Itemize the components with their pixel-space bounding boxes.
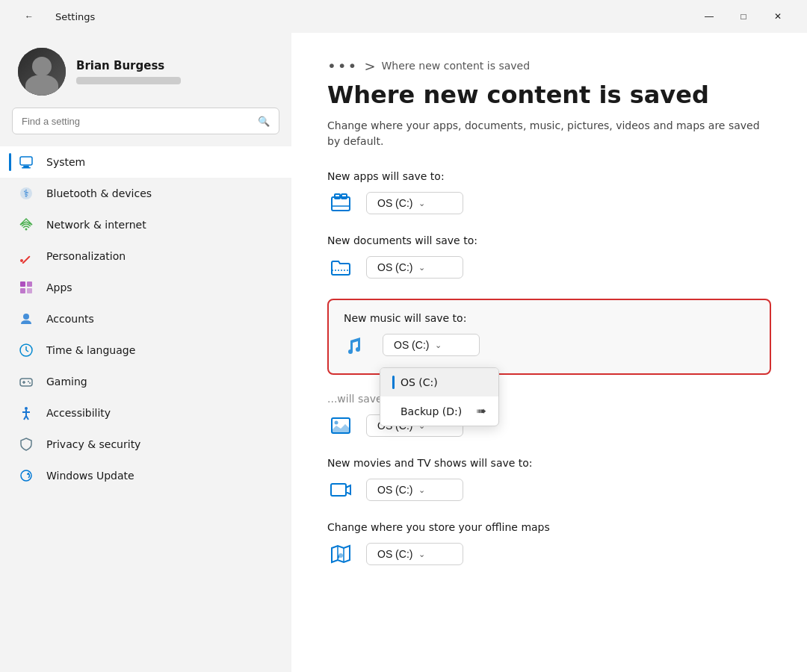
svg-point-13 (23, 314, 29, 320)
chevron-down-icon-6: ⌄ (418, 550, 425, 559)
svg-rect-28 (332, 197, 350, 211)
svg-rect-7 (22, 255, 30, 264)
back-button[interactable]: ← (12, 4, 46, 28)
svg-rect-2 (22, 167, 31, 169)
sidebar-label-gaming: Gaming (46, 376, 87, 388)
sidebar-label-network: Network & internet (46, 219, 146, 231)
save-row-apps: OS (C:) ⌄ (327, 190, 771, 217)
sidebar-item-time[interactable]: Time & language (0, 335, 291, 366)
search-input[interactable] (22, 116, 252, 127)
sidebar-label-bluetooth: Bluetooth & devices (46, 187, 152, 199)
chevron-down-icon: ⌄ (418, 199, 425, 208)
personalization-icon (18, 248, 34, 264)
sidebar-label-personalization: Personalization (46, 250, 126, 262)
sidebar-label-system: System (46, 156, 85, 168)
svg-rect-17 (20, 379, 32, 386)
save-label-music: New music will save to: (344, 312, 755, 324)
svg-rect-12 (27, 288, 32, 293)
sidebar-label-time: Time & language (46, 344, 135, 356)
main-content: ••• > Where new content is saved Where n… (291, 33, 807, 672)
sidebar-item-accessibility[interactable]: Accessibility (0, 397, 291, 429)
network-icon (18, 217, 34, 233)
close-button[interactable]: ✕ (761, 4, 795, 28)
svg-point-8 (20, 259, 23, 262)
search-container: 🔍 (0, 108, 291, 143)
save-label-movies: New movies and TV shows will save to: (327, 457, 771, 469)
svg-rect-0 (20, 157, 32, 165)
user-info: Brian Burgess (76, 59, 273, 84)
music-dropdown-container: New music will save to: OS (C:) ⌄ (327, 299, 771, 375)
user-name: Brian Burgess (76, 59, 273, 72)
save-section-music: New music will save to: OS (C:) ⌄ (327, 299, 771, 375)
accounts-icon (18, 311, 34, 327)
apps-drive-value: OS (C:) (377, 197, 412, 209)
chevron-down-icon-3: ⌄ (435, 340, 442, 350)
maps-drive-value: OS (C:) (377, 548, 412, 560)
sidebar-item-apps[interactable]: Apps (0, 272, 291, 303)
system-icon (18, 154, 34, 170)
sidebar-item-bluetooth[interactable]: ⚕ Bluetooth & devices (0, 178, 291, 209)
maximize-button[interactable]: □ (726, 4, 761, 28)
music-drive-dropdown[interactable]: OS (C:) ⌄ (383, 334, 480, 356)
search-box[interactable]: 🔍 (12, 108, 279, 134)
sidebar-item-system[interactable]: System (0, 146, 291, 178)
time-icon (18, 342, 34, 358)
svg-line-16 (26, 350, 28, 352)
save-section-maps: Change where you store your offline maps… (327, 521, 771, 567)
music-option-d[interactable]: Backup (D:) ➠ (380, 396, 498, 426)
map-icon (327, 541, 354, 567)
title-bar: ← Settings — □ ✕ (0, 0, 807, 33)
sidebar-item-gaming[interactable]: Gaming (0, 366, 291, 397)
save-row-documents: OS (C:) ⌄ (327, 254, 771, 281)
app-layout: Brian Burgess 🔍 System (0, 33, 807, 672)
svg-point-21 (29, 382, 31, 384)
save-row-maps: OS (C:) ⌄ (327, 541, 771, 567)
nav-list: System ⚕ Bluetooth & devices (0, 143, 291, 494)
sidebar-item-update[interactable]: Windows Update (0, 460, 291, 491)
user-email-blurred (76, 77, 181, 84)
music-option-c[interactable]: OS (C:) (380, 368, 498, 396)
apps-drive-icon (327, 190, 354, 217)
minimize-button[interactable]: — (692, 4, 726, 28)
sidebar-label-privacy: Privacy & security (46, 438, 140, 450)
save-section-documents: New documents will save to: OS (C:) ⌄ (327, 234, 771, 281)
window-controls: — □ ✕ (692, 4, 795, 28)
svg-rect-11 (20, 288, 25, 293)
maps-drive-dropdown[interactable]: OS (C:) ⌄ (366, 543, 463, 565)
selected-indicator (392, 376, 395, 389)
save-label-documents: New documents will save to: (327, 234, 771, 246)
sidebar-item-accounts[interactable]: Accounts (0, 303, 291, 335)
movies-drive-dropdown[interactable]: OS (C:) ⌄ (366, 479, 463, 501)
documents-drive-dropdown[interactable]: OS (C:) ⌄ (366, 256, 463, 279)
video-icon (327, 476, 354, 503)
svg-rect-35 (331, 484, 346, 496)
page-title: Where new content is saved (327, 81, 771, 109)
sidebar-item-privacy[interactable]: Privacy & security (0, 429, 291, 460)
apps-drive-dropdown[interactable]: OS (C:) ⌄ (366, 192, 463, 214)
user-profile[interactable]: Brian Burgess (0, 33, 291, 108)
title-bar-left: ← Settings (12, 4, 95, 28)
svg-point-38 (338, 553, 343, 558)
svg-rect-10 (27, 281, 32, 287)
music-dropdown-list: OS (C:) Backup (D:) ➠ (380, 367, 499, 426)
save-row-music: OS (C:) ⌄ (344, 332, 755, 358)
svg-rect-1 (23, 166, 29, 167)
sidebar-label-accounts: Accounts (46, 313, 94, 325)
sidebar-item-personalization[interactable]: Personalization (0, 240, 291, 272)
breadcrumb: ••• > Where new content is saved (327, 57, 771, 75)
sidebar-item-network[interactable]: Network & internet (0, 209, 291, 240)
folder-drive-icon (327, 254, 354, 281)
bluetooth-icon: ⚕ (18, 185, 34, 202)
sidebar-label-accessibility: Accessibility (46, 407, 111, 419)
sidebar-label-update: Windows Update (46, 470, 134, 482)
update-icon (18, 467, 34, 484)
chevron-down-icon-5: ⌄ (418, 485, 425, 495)
breadcrumb-dots: ••• (327, 57, 358, 75)
music-option-d-label: Backup (D:) (401, 405, 462, 417)
svg-point-20 (28, 381, 29, 382)
gaming-icon (18, 373, 34, 390)
svg-line-26 (26, 416, 28, 420)
save-label-apps: New apps will save to: (327, 170, 771, 182)
sidebar: Brian Burgess 🔍 System (0, 33, 291, 672)
avatar (18, 48, 66, 96)
